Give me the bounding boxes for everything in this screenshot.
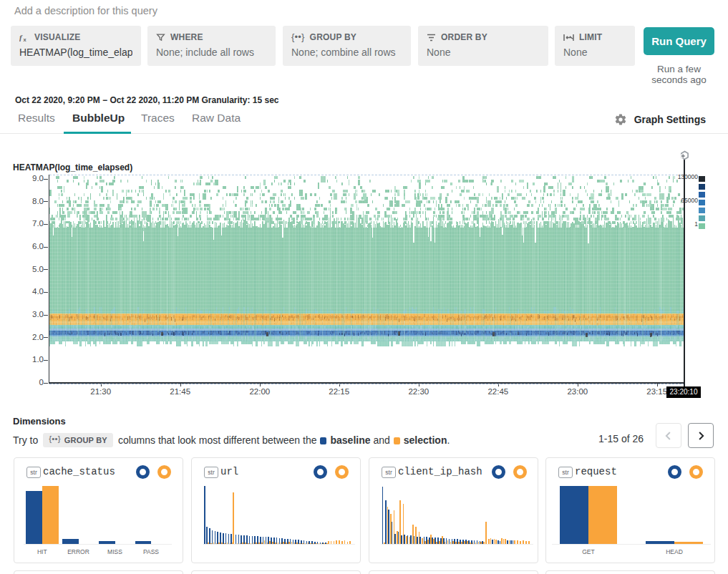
svg-text:x: x [23, 37, 26, 42]
svg-text:f: f [19, 33, 23, 42]
